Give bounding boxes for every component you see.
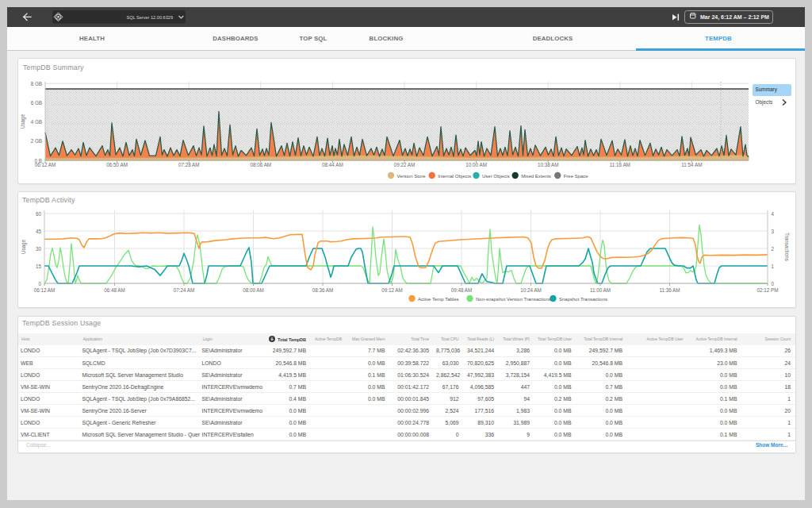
svg-text:06:12 AM: 06:12 AM xyxy=(34,287,56,293)
svg-text:2: 2 xyxy=(772,246,775,252)
svg-text:6 GB: 6 GB xyxy=(31,100,42,106)
svg-text:10:00 AM: 10:00 AM xyxy=(465,162,487,167)
svg-text:Version Store: Version Store xyxy=(397,174,427,179)
svg-text:8 GB: 8 GB xyxy=(31,81,42,87)
svg-text:11:54 AM: 11:54 AM xyxy=(681,162,702,167)
svg-text:User Objects: User Objects xyxy=(482,174,510,179)
svg-text:09:48 AM: 09:48 AM xyxy=(451,287,473,293)
svg-text:09:12 AM: 09:12 AM xyxy=(381,287,403,293)
svg-text:09:22 AM: 09:22 AM xyxy=(394,162,416,167)
svg-text:06:50 AM: 06:50 AM xyxy=(106,162,128,167)
svg-text:Transactions: Transactions xyxy=(784,233,790,261)
svg-text:06:48 AM: 06:48 AM xyxy=(104,287,125,293)
svg-text:11:36 AM: 11:36 AM xyxy=(659,287,680,293)
svg-text:4 GB: 4 GB xyxy=(31,119,42,125)
svg-text:Free Space: Free Space xyxy=(564,174,589,179)
svg-text:1: 1 xyxy=(772,264,775,269)
svg-text:06:12 AM: 06:12 AM xyxy=(35,162,56,167)
svg-text:0: 0 xyxy=(772,281,775,287)
svg-text:11:00 AM: 11:00 AM xyxy=(590,287,611,293)
svg-text:30: 30 xyxy=(36,246,42,252)
svg-text:Mixed Extents: Mixed Extents xyxy=(521,174,551,179)
svg-text:08:36 AM: 08:36 AM xyxy=(312,287,334,293)
svg-text:Active Temp Tables: Active Temp Tables xyxy=(418,297,458,302)
svg-text:Usage: Usage xyxy=(20,114,26,129)
svg-text:10:38 AM: 10:38 AM xyxy=(538,162,559,167)
svg-text:Usage: Usage xyxy=(21,239,27,254)
svg-text:08:00 AM: 08:00 AM xyxy=(243,287,264,293)
svg-text:Snapshot Transactions: Snapshot Transactions xyxy=(559,297,607,302)
svg-text:45: 45 xyxy=(36,229,42,234)
svg-text:2 GB: 2 GB xyxy=(31,138,42,144)
svg-text:08:44 AM: 08:44 AM xyxy=(322,162,343,167)
svg-text:08:06 AM: 08:06 AM xyxy=(250,162,271,167)
svg-text:07:28 AM: 07:28 AM xyxy=(178,162,200,167)
svg-text:Non-snapshot Version Transacti: Non-snapshot Version Transactions xyxy=(476,297,551,302)
svg-text:60: 60 xyxy=(36,211,42,217)
svg-text:10:24 AM: 10:24 AM xyxy=(520,287,542,293)
svg-text:02:12 PM: 02:12 PM xyxy=(757,287,779,293)
svg-text:11:16 AM: 11:16 AM xyxy=(610,162,630,167)
svg-text:07:24 AM: 07:24 AM xyxy=(174,287,195,293)
svg-text:15: 15 xyxy=(36,264,42,269)
svg-text:3: 3 xyxy=(772,229,775,234)
svg-text:Internal Objects: Internal Objects xyxy=(438,174,471,179)
svg-text:4: 4 xyxy=(772,211,775,217)
svg-text:0: 0 xyxy=(38,281,41,287)
